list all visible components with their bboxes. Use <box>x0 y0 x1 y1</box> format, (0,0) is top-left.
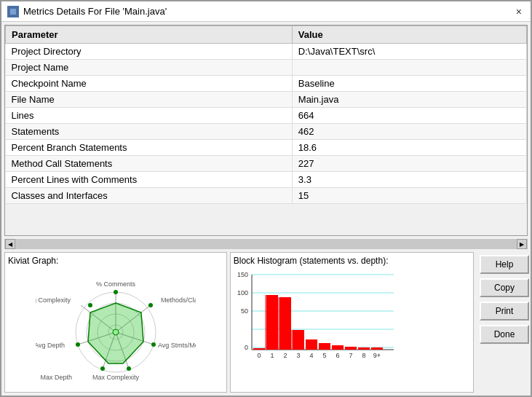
kiviat-panel: Kiviat Graph: <box>4 252 227 393</box>
svg-text:Max Complexity: Max Complexity <box>92 374 140 381</box>
histogram-graph: 150 100 50 0 <box>234 267 401 380</box>
param-cell: Classes and Interfaces <box>6 188 293 204</box>
svg-text:0: 0 <box>245 344 248 351</box>
svg-text:8: 8 <box>362 352 365 359</box>
svg-text:2: 2 <box>283 352 287 359</box>
help-button[interactable]: Help <box>480 255 529 274</box>
svg-text:100: 100 <box>237 289 248 296</box>
window-title: Metrics Details For File 'Main.java' <box>23 6 167 17</box>
title-bar-left: Metrics Details For File 'Main.java' <box>7 6 167 17</box>
kiviat-graph: % Comments Methods/Class Avg Stmts/Metho… <box>36 270 196 387</box>
value-cell: Baseline <box>292 76 526 92</box>
svg-text:4: 4 <box>309 352 313 359</box>
svg-rect-42 <box>253 348 265 350</box>
param-cell: Lines <box>6 108 293 124</box>
table-row: Classes and Interfaces15 <box>6 188 527 204</box>
svg-text:9+: 9+ <box>373 352 381 359</box>
svg-rect-49 <box>345 347 357 350</box>
param-cell: Method Call Statements <box>6 156 293 172</box>
svg-rect-46 <box>306 339 317 350</box>
svg-text:1: 1 <box>270 352 274 359</box>
table-row: Checkpoint NameBaseline <box>6 76 527 92</box>
param-cell: Project Name <box>6 60 293 76</box>
svg-point-21 <box>76 342 80 347</box>
svg-text:Max Depth: Max Depth <box>40 374 72 381</box>
svg-rect-30 <box>234 267 401 380</box>
horizontal-scrollbar[interactable]: ◀ ▶ <box>4 239 528 249</box>
value-cell: 3.3 <box>292 172 526 188</box>
param-cell: Project Directory <box>6 44 293 60</box>
col-header-value: Value <box>292 26 526 44</box>
svg-rect-47 <box>319 343 330 350</box>
svg-text:Methods/Class: Methods/Class <box>161 296 196 304</box>
svg-rect-43 <box>266 295 278 350</box>
value-cell: Main.java <box>292 92 526 108</box>
svg-point-19 <box>127 366 131 371</box>
graphs-area: Kiviat Graph: <box>4 252 474 393</box>
histogram-panel: Block Histogram (statements vs. depth): … <box>230 252 474 393</box>
buttons-panel: Help Copy Print Done <box>477 252 528 393</box>
svg-point-18 <box>151 342 156 347</box>
table-scroll[interactable]: Parameter Value Project DirectoryD:\Java… <box>5 25 527 235</box>
svg-text:7: 7 <box>349 352 352 359</box>
value-cell <box>292 60 526 76</box>
svg-text:0: 0 <box>257 352 261 359</box>
app-icon <box>7 6 19 17</box>
close-button[interactable]: × <box>513 6 525 17</box>
kiviat-svg-area: % Comments Methods/Class Avg Stmts/Metho… <box>8 267 223 389</box>
table-row: Method Call Statements227 <box>6 156 527 172</box>
done-button[interactable]: Done <box>480 325 529 344</box>
svg-marker-54 <box>291 330 293 350</box>
param-cell: Percent Branch Statements <box>6 140 293 156</box>
scroll-track[interactable] <box>15 239 517 249</box>
svg-point-17 <box>148 303 153 307</box>
copy-button[interactable]: Copy <box>480 278 529 297</box>
svg-text:50: 50 <box>241 307 248 315</box>
svg-point-16 <box>114 290 118 294</box>
print-button[interactable]: Print <box>480 302 529 321</box>
kiviat-title: Kiviat Graph: <box>8 256 223 266</box>
svg-rect-1 <box>10 9 16 15</box>
param-cell: Checkpoint Name <box>6 76 293 92</box>
table-row: File NameMain.java <box>6 92 527 108</box>
scroll-left-arrow[interactable]: ◀ <box>5 239 15 249</box>
value-cell: 15 <box>292 188 526 204</box>
main-window: Metrics Details For File 'Main.java' × P… <box>0 0 532 397</box>
table-row: Project DirectoryD:\Java\TEXT\src\ <box>6 44 527 60</box>
metrics-table-area: Parameter Value Project DirectoryD:\Java… <box>4 25 528 236</box>
histogram-svg-area: 150 100 50 0 <box>234 267 470 389</box>
value-cell: 227 <box>292 156 526 172</box>
value-cell: D:\Java\TEXT\src\ <box>292 44 526 60</box>
svg-rect-48 <box>332 345 344 350</box>
table-row: Statements462 <box>6 124 527 140</box>
svg-rect-44 <box>279 297 291 350</box>
svg-point-22 <box>88 303 92 307</box>
value-cell: 18.6 <box>292 140 526 156</box>
param-cell: Statements <box>6 124 293 140</box>
table-row: Project Name <box>6 60 527 76</box>
table-row: Lines664 <box>6 108 527 124</box>
metrics-table: Parameter Value Project DirectoryD:\Java… <box>5 25 527 204</box>
svg-point-15 <box>113 329 119 335</box>
title-bar: Metrics Details For File 'Main.java' × <box>1 1 531 22</box>
param-cell: Percent Lines with Comments <box>6 172 293 188</box>
svg-point-20 <box>100 366 105 371</box>
col-header-parameter: Parameter <box>6 26 293 44</box>
value-cell: 664 <box>292 108 526 124</box>
svg-text:Avg Depth: Avg Depth <box>36 342 65 349</box>
svg-text:% Comments: % Comments <box>96 280 136 288</box>
histogram-title: Block Histogram (statements vs. depth): <box>234 256 470 266</box>
param-cell: File Name <box>6 92 293 108</box>
svg-rect-50 <box>358 347 370 350</box>
table-row: Percent Lines with Comments3.3 <box>6 172 527 188</box>
scroll-right-arrow[interactable]: ▶ <box>517 239 527 249</box>
svg-text:5: 5 <box>322 352 326 359</box>
svg-rect-45 <box>293 330 304 350</box>
svg-text:6: 6 <box>336 352 339 359</box>
bottom-area: Kiviat Graph: <box>1 249 531 396</box>
svg-rect-51 <box>371 347 383 350</box>
svg-text:Avg Stmts/Method: Avg Stmts/Method <box>158 342 196 349</box>
table-row: Percent Branch Statements18.6 <box>6 140 527 156</box>
svg-text:Avg Complexity: Avg Complexity <box>36 296 71 304</box>
value-cell: 462 <box>292 124 526 140</box>
